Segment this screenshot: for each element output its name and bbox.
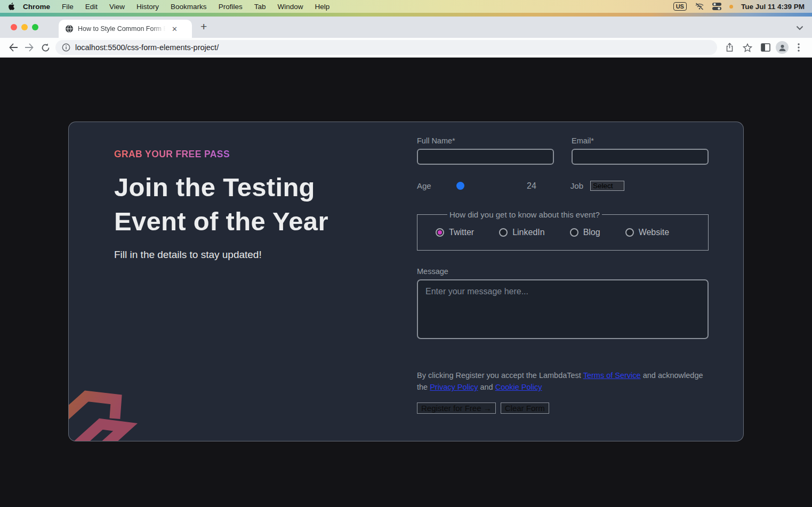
clear-form-button[interactable]: Clear Form <box>501 403 549 414</box>
terms-of-service-link[interactable]: Terms of Service <box>583 371 641 380</box>
terms-text: By clicking Register you accept the Lamb… <box>417 369 709 393</box>
tab-close-icon[interactable]: ✕ <box>172 25 178 33</box>
cookie-policy-link[interactable]: Cookie Policy <box>495 383 542 391</box>
apple-icon[interactable] <box>7 2 15 11</box>
job-select[interactable]: Select <box>590 181 624 191</box>
radio-option-blog[interactable]: Blog <box>570 228 600 237</box>
age-value: 24 <box>527 181 536 191</box>
browser-toolbar: localhost:5500/css-form-elements-project… <box>0 38 812 58</box>
register-button[interactable]: Register for Free → <box>417 403 496 414</box>
close-window-button[interactable] <box>11 24 17 30</box>
forward-icon[interactable] <box>21 43 37 52</box>
full-name-label: Full Name* <box>417 136 554 145</box>
page-subtitle: Fill in the details to stay updated! <box>114 249 417 261</box>
menu-edit[interactable]: Edit <box>79 3 103 11</box>
radio-option-linkedin[interactable]: LinkedIn <box>499 228 545 237</box>
keyboard-layout-badge[interactable]: US <box>673 2 687 11</box>
age-slider[interactable] <box>445 182 519 190</box>
tab-favicon-globe-icon <box>65 25 74 33</box>
macos-menu-bar: Chrome File Edit View History Bookmarks … <box>0 0 812 13</box>
status-dot <box>729 5 733 9</box>
radio-icon[interactable] <box>436 228 444 237</box>
site-info-icon[interactable] <box>62 43 70 52</box>
lambdatest-logo-watermark <box>68 355 164 441</box>
reload-icon[interactable] <box>37 43 53 52</box>
tab-title: How to Style Common Form Ele <box>78 25 167 33</box>
side-panel-icon[interactable] <box>758 43 774 52</box>
message-label: Message <box>417 267 709 276</box>
radio-option-website[interactable]: Website <box>625 228 670 237</box>
age-job-row: Age 24 Job Select <box>417 181 709 191</box>
job-label: Job <box>570 181 583 190</box>
menu-bookmarks[interactable]: Bookmarks <box>165 3 213 11</box>
control-center-icon[interactable] <box>712 3 721 10</box>
slider-thumb[interactable] <box>456 182 464 190</box>
radio-icon[interactable] <box>570 228 578 237</box>
menu-file[interactable]: File <box>56 3 79 11</box>
email-input[interactable] <box>572 149 709 165</box>
age-label: Age <box>417 181 445 190</box>
url-text[interactable]: localhost:5500/css-form-elements-project… <box>75 43 219 52</box>
eyebrow-text: GRAB YOUR FREE PASS <box>114 149 230 160</box>
profile-avatar[interactable] <box>776 41 789 54</box>
source-legend: How did you get to know about this event… <box>447 210 602 219</box>
menu-history[interactable]: History <box>131 3 165 11</box>
zoom-window-button[interactable] <box>32 24 38 30</box>
new-tab-button[interactable]: + <box>200 24 207 29</box>
radio-icon[interactable] <box>499 228 508 237</box>
menu-app-name[interactable]: Chrome <box>15 3 56 11</box>
menu-tab[interactable]: Tab <box>248 3 272 11</box>
radio-option-twitter[interactable]: Twitter <box>436 228 474 237</box>
browser-tab-strip: How to Style Common Form Ele ✕ + <box>0 17 812 38</box>
page-title: Join the Testing Event of the Year <box>114 171 417 238</box>
tab-search-chevron-icon[interactable] <box>796 26 803 30</box>
message-textarea[interactable] <box>417 279 709 339</box>
privacy-policy-link[interactable]: Privacy Policy <box>430 383 478 391</box>
wifi-off-icon[interactable] <box>695 3 704 10</box>
email-label: Email* <box>572 136 709 145</box>
minimize-window-button[interactable] <box>21 24 28 30</box>
address-bar[interactable]: localhost:5500/css-form-elements-project… <box>55 40 717 55</box>
bookmark-star-icon[interactable] <box>739 43 755 52</box>
menu-window[interactable]: Window <box>271 3 309 11</box>
registration-form: Full Name* Email* Age 24 Job Select How … <box>417 122 709 441</box>
desktop-wallpaper-strip <box>0 13 812 17</box>
kebab-menu-icon[interactable] <box>791 43 807 52</box>
back-icon[interactable] <box>5 43 21 52</box>
source-fieldset: How did you get to know about this event… <box>417 210 709 251</box>
page-viewport: GRAB YOUR FREE PASS Join the Testing Eve… <box>0 58 812 507</box>
menu-help[interactable]: Help <box>309 3 335 11</box>
menu-clock[interactable]: Tue Jul 11 4:39 PM <box>741 3 805 11</box>
full-name-input[interactable] <box>417 149 554 165</box>
menu-view[interactable]: View <box>103 3 131 11</box>
radio-icon[interactable] <box>625 228 634 237</box>
window-controls <box>11 24 38 30</box>
active-tab[interactable]: How to Style Common Form Ele ✕ <box>59 20 192 38</box>
registration-card: GRAB YOUR FREE PASS Join the Testing Eve… <box>68 122 744 441</box>
share-icon[interactable] <box>721 43 737 52</box>
menu-profiles[interactable]: Profiles <box>213 3 248 11</box>
